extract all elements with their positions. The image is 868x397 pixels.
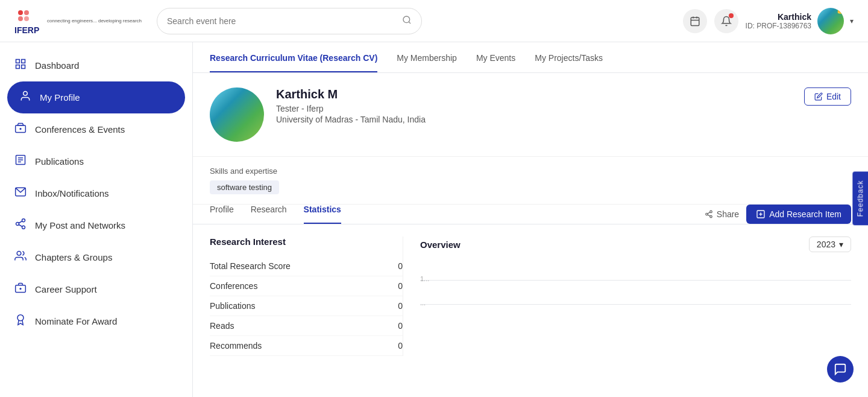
- year-value: 2023: [817, 240, 835, 249]
- svg-rect-7: [691, 17, 699, 26]
- header: IFERP connecting engineers... developing…: [0, 0, 868, 42]
- svg-point-5: [403, 16, 410, 23]
- tab-membership[interactable]: My Membership: [397, 53, 457, 72]
- profile-role: Tester - Iferp: [276, 104, 792, 113]
- sidebar-item-career[interactable]: Career Support: [0, 273, 192, 305]
- profile-avatar: [210, 87, 264, 142]
- notification-dot: [729, 13, 734, 18]
- inner-tab-actions: Share Add Research Item: [705, 205, 851, 224]
- skills-label: Skills and expertise: [210, 167, 851, 176]
- sidebar-item-inbox[interactable]: Inbox/Notifications: [0, 177, 192, 209]
- stat-value-recommends: 0: [398, 341, 403, 351]
- svg-line-28: [19, 221, 22, 223]
- user-info[interactable]: Karthick ID: PROF-13896763 👑 ▾: [746, 8, 854, 34]
- svg-point-3: [24, 16, 29, 21]
- sidebar-item-nominate[interactable]: Nominate For Award: [0, 305, 192, 337]
- award-icon: [14, 314, 27, 329]
- skill-tag: software testing: [210, 180, 279, 194]
- feedback-tab[interactable]: Feedback: [853, 172, 868, 226]
- sidebar-item-my-profile[interactable]: My Profile: [7, 81, 185, 113]
- svg-point-1: [24, 10, 29, 15]
- chevron-down-icon: ▾: [839, 240, 843, 249]
- sidebar-item-dashboard[interactable]: Dashboard: [0, 49, 192, 81]
- research-interest-title: Research Interest: [210, 237, 403, 247]
- svg-rect-14: [16, 65, 20, 69]
- sidebar-label-profile: My Profile: [40, 92, 80, 103]
- svg-line-6: [409, 22, 410, 24]
- stat-label-recommends: Recommends: [210, 341, 262, 351]
- add-research-label: Add Research Item: [769, 209, 841, 219]
- svg-line-37: [708, 215, 710, 216]
- crown-icon: 👑: [836, 8, 844, 14]
- stat-label-conferences: Conferences: [210, 281, 257, 291]
- notification-button[interactable]: [714, 9, 738, 33]
- stat-value-reads: 0: [398, 321, 403, 331]
- svg-rect-12: [22, 60, 25, 63]
- stat-label-total-score: Total Research Score: [210, 261, 291, 271]
- chart-label-2: ...: [420, 299, 426, 306]
- skills-section: Skills and expertise software testing: [193, 157, 868, 205]
- stat-label-reads: Reads: [210, 321, 234, 331]
- header-actions: Karthick ID: PROF-13896763 👑 ▾: [683, 8, 854, 34]
- stat-row-total-score: Total Research Score 0: [210, 256, 403, 276]
- profile-name: Karthick M: [276, 87, 792, 101]
- sidebar-item-publications[interactable]: Publications: [0, 145, 192, 177]
- year-selector[interactable]: 2023 ▾: [809, 237, 851, 252]
- user-id: ID: PROF-13896763: [746, 22, 811, 30]
- sidebar-label-conferences: Conferences & Events: [35, 124, 125, 135]
- add-research-button[interactable]: Add Research Item: [746, 205, 851, 224]
- edit-button[interactable]: Edit: [804, 87, 851, 106]
- main-layout: Dashboard My Profile Conferences & E: [0, 42, 868, 397]
- profile-icon: [19, 90, 31, 105]
- svg-rect-13: [22, 65, 25, 69]
- sidebar-label-dashboard: Dashboard: [35, 60, 79, 71]
- sidebar-item-post-networks[interactable]: My Post and Networks: [0, 209, 192, 241]
- profile-info: Karthick M Tester - Iferp University of …: [276, 87, 792, 124]
- profile-avatar-image: [210, 87, 264, 142]
- tab-profile[interactable]: Profile: [210, 205, 234, 224]
- search-icon: [402, 15, 412, 27]
- stat-row-conferences: Conferences 0: [210, 276, 403, 296]
- chart-line-bottom: [420, 304, 851, 305]
- profile-section: Karthick M Tester - Iferp University of …: [193, 73, 868, 157]
- svg-point-15: [24, 92, 28, 96]
- dashboard-icon: [14, 58, 27, 73]
- tab-events[interactable]: My Events: [476, 53, 515, 72]
- svg-point-2: [18, 16, 23, 21]
- stat-row-recommends: Recommends 0: [210, 336, 403, 356]
- share-label: Share: [717, 209, 739, 219]
- inner-tab-bar: Profile Research Statistics Share: [193, 205, 868, 224]
- logo-area: IFERP connecting engineers... developing…: [14, 7, 147, 36]
- overview-section: Overview 2023 ▾ 1... ...: [403, 237, 851, 356]
- sidebar-label-post-networks: My Post and Networks: [35, 220, 125, 230]
- tab-statistics[interactable]: Statistics: [304, 205, 341, 224]
- tab-research-cv[interactable]: Research Curriculum Vitae (Research CV): [210, 53, 377, 72]
- sidebar-label-chapters: Chapters & Groups: [35, 252, 112, 262]
- sidebar: Dashboard My Profile Conferences & E: [0, 42, 193, 397]
- share-button[interactable]: Share: [705, 209, 739, 219]
- search-bar[interactable]: [157, 8, 422, 34]
- overview-title: Overview: [420, 240, 461, 250]
- research-interest-panel: Research Interest Total Research Score 0…: [210, 237, 403, 356]
- stat-label-publications: Publications: [210, 301, 256, 311]
- svg-point-24: [22, 219, 25, 222]
- sidebar-label-career: Career Support: [35, 284, 97, 294]
- svg-point-34: [710, 211, 712, 213]
- chapters-icon: [14, 250, 27, 265]
- stat-row-publications: Publications 0: [210, 296, 403, 316]
- sidebar-item-chapters[interactable]: Chapters & Groups: [0, 241, 192, 273]
- career-icon: [14, 282, 27, 297]
- tab-projects[interactable]: My Projects/Tasks: [535, 53, 603, 72]
- user-name: Karthick: [746, 12, 811, 22]
- stat-value-total-score: 0: [398, 261, 403, 271]
- logo-text: connecting engineers... developing resea…: [47, 18, 142, 24]
- search-input[interactable]: [167, 16, 397, 26]
- iferp-logo-icon: IFERP: [14, 7, 43, 36]
- tab-research[interactable]: Research: [251, 205, 287, 224]
- calendar-button[interactable]: [683, 9, 707, 33]
- sidebar-label-inbox: Inbox/Notifications: [35, 188, 109, 198]
- sidebar-item-conferences[interactable]: Conferences & Events: [0, 113, 192, 145]
- chat-bubble-button[interactable]: [827, 356, 854, 383]
- logo-sub: connecting engineers... developing resea…: [47, 18, 142, 24]
- chevron-down-icon[interactable]: ▾: [850, 17, 854, 25]
